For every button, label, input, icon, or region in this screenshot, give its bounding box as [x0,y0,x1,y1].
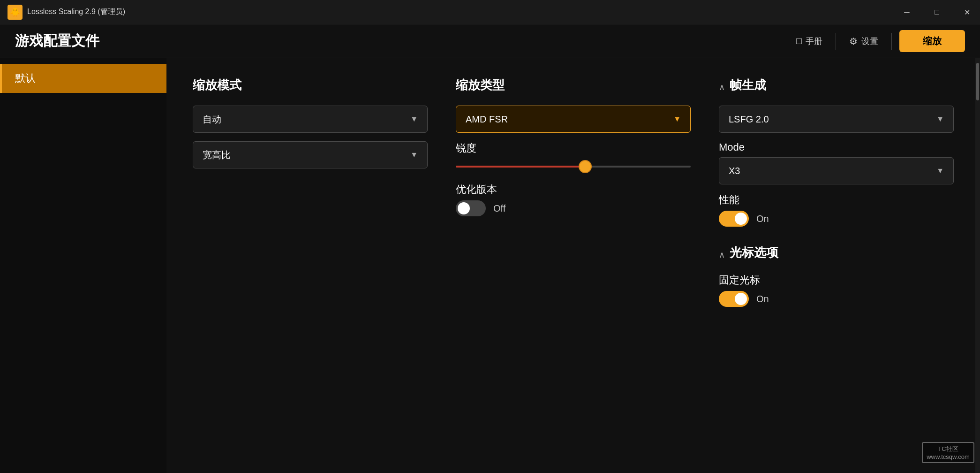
scaling-type-title: 缩放类型 [456,77,691,93]
header: 游戏配置文件 □ 手册 ⚙ 设置 缩放 [0,24,980,58]
frame-gen-mode-section: Mode X3 ▼ [719,141,954,184]
cursor-collapse-icon[interactable]: ∧ [719,250,725,260]
manual-button[interactable]: □ 手册 [791,32,828,51]
frame-gen-type-value: LSFG 2.0 [729,114,936,125]
content-area: 缩放模式 自动 ▼ 宽高比 ▼ 缩放类型 AMD FSR ▼ 锐度 [166,58,980,473]
scale-button[interactable]: 缩放 [899,30,965,52]
scaling-mode-title: 缩放模式 [193,77,428,93]
frame-gen-mode-arrow-icon: ▼ [936,167,944,175]
fixed-cursor-toggle-row: On [719,291,954,307]
main-layout: 默认 缩放模式 自动 ▼ 宽高比 ▼ 缩放类型 AMD FSR ▼ 锐度 [0,58,980,473]
frame-gen-section: ∧ 帧生成 LSFG 2.0 ▼ Mode X3 ▼ 性能 [719,77,954,307]
frame-gen-type-arrow-icon: ▼ [936,115,944,123]
scaling-mode-section: 缩放模式 自动 ▼ 宽高比 ▼ [193,77,428,307]
performance-label: 性能 [719,193,954,207]
performance-section: 性能 On [719,193,954,227]
scrollbar-track [975,58,980,473]
optimized-label: 优化版本 [456,183,691,197]
scaling-mode-dropdown[interactable]: 自动 ▼ [193,106,428,133]
scaling-mode-arrow-icon: ▼ [410,115,418,123]
optimized-section: 优化版本 Off [456,183,691,216]
frame-gen-collapse-icon[interactable]: ∧ [719,82,725,92]
scaling-type-section: 缩放类型 AMD FSR ▼ 锐度 优化版本 [456,77,691,307]
manual-icon: □ [796,36,802,46]
aspect-ratio-value: 宽高比 [203,149,410,161]
watermark-text: TC社区 www.tcsqw.com [927,445,970,460]
titlebar-controls: ─ □ ✕ [894,0,980,24]
fixed-cursor-section: 固定光标 On [719,273,954,307]
sharpness-label: 锐度 [456,141,691,155]
scaling-type-arrow-icon: ▼ [673,115,681,123]
scaling-type-value: AMD FSR [466,114,673,125]
app-title: Lossless Scaling 2.9 (管理员) [27,7,972,17]
header-actions: □ 手册 ⚙ 设置 缩放 [791,30,965,52]
watermark: TC社区 www.tcsqw.com [920,435,976,469]
performance-state-label: On [756,214,769,224]
optimized-toggle[interactable] [456,200,486,216]
fixed-cursor-toggle[interactable] [719,291,749,307]
scaling-mode-value: 自动 [203,113,410,126]
titlebar: 🐥 Lossless Scaling 2.9 (管理员) ─ □ ✕ [0,0,980,24]
frame-gen-mode-label: Mode [719,141,954,153]
frame-gen-header-row: ∧ 帧生成 [719,77,954,97]
sidebar: 默认 [0,58,166,473]
optimized-toggle-knob [458,202,470,214]
watermark-content: TC社区 www.tcsqw.com [922,442,974,463]
fixed-cursor-label: 固定光标 [719,273,954,287]
performance-toggle-row: On [719,211,954,227]
aspect-ratio-dropdown[interactable]: 宽高比 ▼ [193,141,428,168]
settings-button[interactable]: ⚙ 设置 [844,32,884,51]
frame-gen-type-dropdown[interactable]: LSFG 2.0 ▼ [719,106,954,133]
optimized-state-label: Off [493,203,505,214]
sharpness-slider-container [456,159,691,174]
close-button[interactable]: ✕ [954,0,980,24]
gear-icon: ⚙ [849,36,858,47]
aspect-ratio-arrow-icon: ▼ [410,151,418,159]
app-icon: 🐥 [8,5,23,20]
frame-gen-mode-dropdown[interactable]: X3 ▼ [719,157,954,184]
cursor-options-title: 光标选项 [730,244,778,261]
frame-gen-title: 帧生成 [730,77,766,93]
sharpness-section: 锐度 [456,141,691,174]
frame-gen-mode-value: X3 [729,166,936,176]
fixed-cursor-state-label: On [756,294,769,305]
performance-toggle-knob [735,213,747,225]
performance-toggle[interactable] [719,211,749,227]
scaling-type-dropdown[interactable]: AMD FSR ▼ [456,106,691,133]
maximize-button[interactable]: □ [924,0,950,24]
divider-2 [891,33,892,50]
cursor-options-header-row: ∧ 光标选项 [719,244,954,265]
optimized-toggle-row: Off [456,200,691,216]
scrollbar-thumb[interactable] [976,63,979,100]
page-title: 游戏配置文件 [15,31,791,51]
divider-1 [836,33,836,50]
minimize-button[interactable]: ─ [894,0,920,24]
cursor-options-section: ∧ 光标选项 固定光标 On [719,244,954,307]
fixed-cursor-toggle-knob [735,293,747,305]
sidebar-item-default[interactable]: 默认 [0,64,166,93]
